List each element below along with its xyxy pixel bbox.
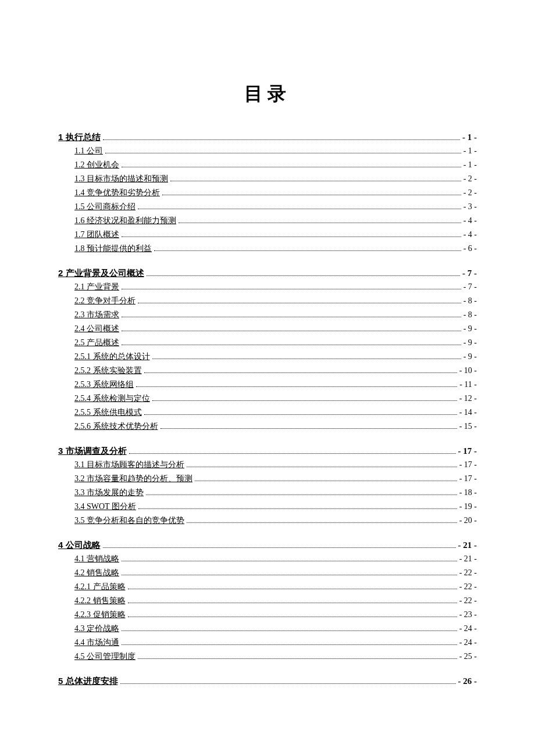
toc-heading-label: 2 产业背景及公司概述 (58, 266, 144, 280)
toc-item-page: - 4 - (463, 228, 477, 242)
toc-heading-label: 5 总体进度安排 (58, 674, 118, 688)
toc-heading[interactable]: 3 市场调查及分析- 17 - (58, 444, 477, 458)
toc-item-page: - 3 - (463, 200, 477, 214)
toc-leader (162, 195, 461, 195)
toc-item[interactable]: 2.1 产业背景- 7 - (58, 280, 477, 294)
toc-leader (146, 495, 457, 495)
toc-item[interactable]: 4.3 定价战略- 24 - (58, 622, 477, 636)
toc-item[interactable]: 4.2.3 促销策略- 23 - (58, 608, 477, 622)
toc-item-page: - 2 - (463, 186, 477, 200)
toc-item[interactable]: 1.2 创业机会- 1 - (58, 158, 477, 172)
toc-leader (138, 209, 461, 209)
toc-item[interactable]: 2.5.2 系统实验装置- 10 - (58, 364, 477, 378)
toc-item-page: - 22 - (459, 566, 477, 580)
toc-item[interactable]: 2.4 公司概述- 9 - (58, 322, 477, 336)
toc-item[interactable]: 4.2.1 产品策略- 22 - (58, 580, 477, 594)
table-of-contents: 1 执行总结- 1 -1.1 公司- 1 -1.2 创业机会- 1 -1.3 目… (58, 130, 477, 688)
toc-item-label: 2.5.4 系统检测与定位 (74, 392, 150, 406)
toc-item[interactable]: 4.5 公司管理制度- 25 - (58, 650, 477, 664)
toc-leader (138, 303, 461, 303)
toc-item[interactable]: 1.5 公司商标介绍- 3 - (58, 200, 477, 214)
toc-item-label: 2.5 产品概述 (74, 336, 119, 350)
toc-leader (120, 683, 456, 684)
toc-leader (152, 359, 461, 359)
toc-item[interactable]: 3.2 市场容量和趋势的分析、预测- 17 - (58, 472, 477, 486)
toc-item[interactable]: 3.4 SWOT 图分析- 19 - (58, 500, 477, 514)
toc-item[interactable]: 4.1 营销战略- 21 - (58, 552, 477, 566)
toc-heading[interactable]: 2 产业背景及公司概述- 7 - (58, 266, 477, 280)
toc-item-page: - 12 - (459, 392, 477, 406)
toc-leader (103, 547, 456, 548)
toc-heading-page: - 26 - (458, 674, 477, 688)
toc-item-page: - 25 - (459, 650, 477, 664)
toc-item-label: 1.8 预计能提供的利益 (74, 242, 152, 256)
toc-section: 1 执行总结- 1 -1.1 公司- 1 -1.2 创业机会- 1 -1.3 目… (58, 130, 477, 256)
toc-leader (187, 522, 457, 523)
toc-item[interactable]: 1.8 预计能提供的利益- 6 - (58, 242, 477, 256)
toc-item[interactable]: 2.5.1 系统的总体设计- 9 - (58, 350, 477, 364)
toc-item[interactable]: 2.2 竞争对手分析- 8 - (58, 294, 477, 308)
toc-leader (154, 250, 461, 251)
toc-item-label: 4.1 营销战略 (74, 552, 119, 566)
toc-item[interactable]: 4.4 市场沟通- 24 - (58, 636, 477, 650)
toc-item[interactable]: 4.2 销售战略- 22 - (58, 566, 477, 580)
toc-leader (179, 223, 461, 223)
toc-item-page: - 9 - (463, 350, 477, 364)
toc-leader (144, 414, 457, 415)
toc-heading-page: - 7 - (462, 266, 477, 280)
toc-item[interactable]: 2.5.4 系统检测与定位- 12 - (58, 392, 477, 406)
toc-item-page: - 21 - (459, 552, 477, 566)
toc-item-page: - 6 - (463, 242, 477, 256)
toc-item-label: 3.5 竞争分析和各自的竞争优势 (74, 514, 184, 528)
toc-section: 4 公司战略- 21 -4.1 营销战略- 21 -4.2 销售战略- 22 -… (58, 538, 477, 664)
toc-item[interactable]: 1.4 竞争优势和劣势分析- 2 - (58, 186, 477, 200)
toc-item-label: 2.4 公司概述 (74, 322, 119, 336)
toc-leader (128, 617, 457, 617)
toc-item-page: - 10 - (459, 364, 477, 378)
toc-heading[interactable]: 4 公司战略- 21 - (58, 538, 477, 552)
toc-item-label: 1.3 目标市场的描述和预测 (74, 172, 168, 186)
toc-item-label: 1.1 公司 (74, 144, 103, 158)
toc-item[interactable]: 3.1 目标市场顾客的描述与分析- 17 - (58, 458, 477, 472)
toc-item[interactable]: 1.7 团队概述- 4 - (58, 228, 477, 242)
toc-leader (122, 331, 461, 331)
toc-item[interactable]: 2.5 产品概述- 9 - (58, 336, 477, 350)
toc-item-page: - 9 - (463, 322, 477, 336)
toc-item[interactable]: 1.3 目标市场的描述和预测- 2 - (58, 172, 477, 186)
toc-item-page: - 18 - (459, 486, 477, 500)
toc-item-page: - 7 - (463, 280, 477, 294)
toc-item[interactable]: 2.5.5 系统供电模式- 14 - (58, 406, 477, 420)
toc-item-page: - 1 - (463, 144, 477, 158)
toc-item-page: - 2 - (463, 172, 477, 186)
toc-leader (122, 167, 461, 167)
toc-item-page: - 24 - (459, 622, 477, 636)
toc-item-page: - 20 - (459, 514, 477, 528)
toc-item-page: - 23 - (459, 608, 477, 622)
toc-item-label: 2.3 市场需求 (74, 308, 119, 322)
toc-item[interactable]: 3.5 竞争分析和各自的竞争优势- 20 - (58, 514, 477, 528)
toc-heading[interactable]: 1 执行总结- 1 - (58, 130, 477, 144)
toc-leader (122, 630, 457, 631)
toc-item-page: - 17 - (459, 458, 477, 472)
toc-leader (122, 317, 461, 317)
toc-item-label: 2.2 竞争对手分析 (74, 294, 135, 308)
toc-item[interactable]: 1.6 经济状况和盈利能力预测- 4 - (58, 214, 477, 228)
toc-heading-label: 1 执行总结 (58, 130, 101, 144)
toc-item[interactable]: 3.3 市场发展的走势- 18 - (58, 486, 477, 500)
toc-section: 5 总体进度安排- 26 - (58, 674, 477, 688)
toc-item[interactable]: 2.3 市场需求- 8 - (58, 308, 477, 322)
toc-section: 2 产业背景及公司概述- 7 -2.1 产业背景- 7 -2.2 竞争对手分析-… (58, 266, 477, 433)
toc-item[interactable]: 1.1 公司- 1 - (58, 144, 477, 158)
toc-item-page: - 8 - (463, 308, 477, 322)
toc-item-label: 2.5.1 系统的总体设计 (74, 350, 150, 364)
toc-item-label: 1.7 团队概述 (74, 228, 119, 242)
toc-heading-page: - 21 - (458, 538, 477, 552)
toc-item-label: 4.2.2 销售策略 (74, 594, 126, 608)
toc-item[interactable]: 2.5.6 系统技术优势分析- 15 - (58, 420, 477, 433)
toc-item[interactable]: 2.5.3 系统网络组- 11 - (58, 378, 477, 392)
toc-item-label: 2.5.3 系统网络组 (74, 378, 134, 392)
toc-heading[interactable]: 5 总体进度安排- 26 - (58, 674, 477, 688)
toc-leader (128, 603, 457, 603)
toc-item[interactable]: 4.2.2 销售策略- 22 - (58, 594, 477, 608)
toc-leader (105, 153, 461, 153)
